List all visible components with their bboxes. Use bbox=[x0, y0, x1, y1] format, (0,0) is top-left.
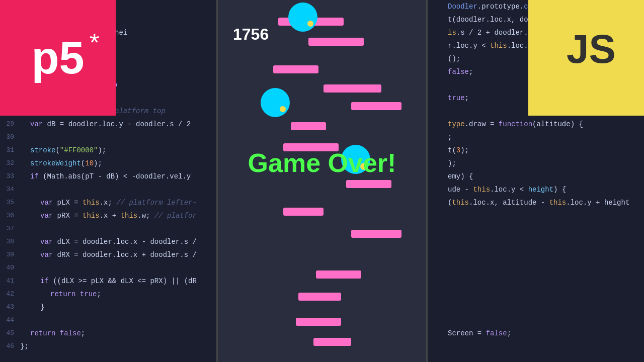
platform bbox=[313, 338, 351, 346]
doodler-1 bbox=[288, 3, 317, 32]
doodler-2 bbox=[261, 88, 290, 117]
platform bbox=[351, 230, 401, 238]
p5-logo: p5* bbox=[0, 0, 116, 116]
platform bbox=[316, 270, 361, 279]
game-score: 1756 bbox=[233, 25, 269, 44]
platform bbox=[298, 293, 341, 301]
js-logo: JS bbox=[528, 0, 644, 116]
platform bbox=[273, 65, 318, 73]
platform bbox=[351, 102, 401, 110]
game-over-text: Game Over! bbox=[248, 148, 396, 178]
p5-logo-text: p5* bbox=[31, 35, 84, 80]
game-canvas: 1756 Game Over! bbox=[216, 0, 428, 362]
js-logo-text: JS bbox=[567, 26, 616, 72]
platform bbox=[324, 84, 381, 93]
platform bbox=[308, 38, 364, 46]
platform bbox=[283, 208, 324, 216]
js-badge: JS bbox=[543, 0, 644, 101]
platform bbox=[296, 318, 341, 326]
platform bbox=[346, 180, 391, 188]
platform bbox=[291, 122, 326, 130]
